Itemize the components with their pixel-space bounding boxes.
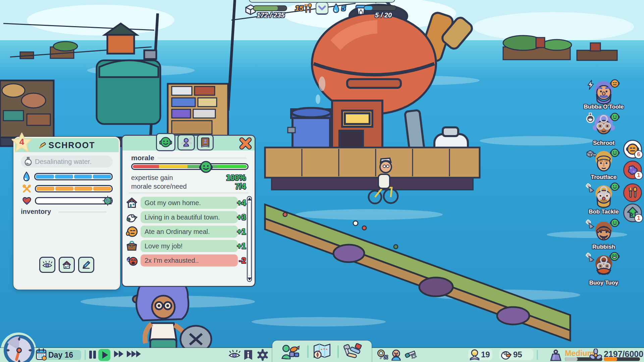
notification-level-up[interactable]: 1 (623, 203, 642, 222)
tools-icon (342, 343, 363, 360)
villagers-button[interactable] (280, 344, 301, 359)
divider (85, 350, 86, 360)
house-icon (62, 260, 71, 269)
rename-button[interactable] (78, 257, 94, 273)
modifier-text: Ate an Ordinary meal. (145, 228, 210, 236)
seagull-counter[interactable]: 95 (499, 349, 533, 360)
mood-happy-icon (610, 182, 620, 192)
settings-button[interactable] (256, 349, 269, 361)
activity-status: Desalinating water. (21, 156, 113, 168)
map-button[interactable] (312, 343, 332, 360)
morale-modifier-row: Love my job! +1 (126, 240, 245, 252)
morale-slider (131, 163, 249, 170)
mood-neutral-icon (610, 78, 620, 88)
book-icon (200, 137, 210, 148)
morale-segment-yellow (159, 165, 187, 168)
villager-list-button[interactable] (390, 349, 402, 361)
exhausted-face-icon (126, 254, 138, 266)
morale-modifier-row: Got my own home. +4 (126, 197, 245, 209)
tab-job[interactable] (177, 134, 195, 150)
fastest-forward-button[interactable] (127, 351, 141, 357)
modifier-scrollbar[interactable] (247, 196, 252, 282)
notification-badge: 6 (634, 150, 643, 159)
seagull-icon (500, 349, 512, 360)
roster-entry-bob-tackle[interactable] (590, 184, 617, 209)
morale-score-value: 7/4 (235, 182, 246, 191)
info-icon (243, 349, 254, 361)
pause-icon (89, 351, 92, 359)
level-star-badge: 4 (10, 132, 34, 156)
water-drop-icon (22, 172, 31, 182)
modifier-value: +4 (237, 198, 246, 207)
hunger-utensils-icon (627, 187, 639, 199)
modifier-text: Living in a beautiful town. (145, 214, 220, 221)
home-button[interactable] (59, 257, 75, 273)
research-button[interactable] (376, 349, 389, 361)
smiley-face-icon (159, 136, 172, 148)
worker-wrench-icon (180, 137, 192, 148)
section-divider (128, 192, 249, 194)
roster-entry-buoy-tuoy[interactable] (590, 254, 617, 281)
saw-icon (586, 182, 596, 192)
notification-hunger[interactable] (623, 183, 642, 202)
seagull-count: 95 (513, 350, 522, 359)
notification-mood[interactable]: 6 (623, 140, 642, 159)
eye-icon (42, 261, 52, 269)
meal-face-icon (126, 226, 138, 238)
morale-score-label: morale score/need (131, 183, 187, 190)
notification-dirt[interactable]: 1 (623, 161, 642, 179)
notification-badge: 1 (634, 171, 643, 180)
morale-segment-bright (217, 165, 247, 168)
character-panel: SCHROOT 4 Desalinating water. (13, 137, 120, 290)
close-button[interactable] (239, 137, 252, 150)
water-storage-value: 5 / 20 (368, 11, 398, 19)
mood-happy-icon (610, 112, 620, 122)
scrollbar-thumb[interactable] (248, 202, 251, 276)
day-display[interactable]: Day 16 (35, 350, 81, 360)
modifier-value: -2 (239, 256, 246, 265)
health-stat-row (22, 196, 113, 205)
fastest-forward-icon (127, 351, 131, 357)
follow-button[interactable] (39, 257, 55, 273)
scroll-down-icon[interactable] (248, 278, 252, 281)
roster-entry-bubba[interactable] (590, 80, 617, 105)
ideas-counter[interactable]: 19 (468, 349, 492, 360)
hydration-stat-row (22, 172, 113, 181)
food-storage-fill (254, 6, 278, 10)
pause-button[interactable] (89, 351, 96, 359)
pencil-icon (39, 141, 47, 149)
food-storage-value: 172 / 235 (252, 11, 289, 19)
collapse-top-bar-button[interactable] (316, 2, 328, 15)
modifier-text: Love my job! (145, 242, 182, 250)
divider (307, 345, 309, 358)
chevron-down-icon (318, 5, 326, 11)
divider (537, 350, 538, 360)
roster-entry-troutface[interactable] (590, 150, 617, 175)
clock-icon[interactable] (3, 335, 35, 362)
construction-button[interactable] (342, 343, 363, 360)
tab-morale[interactable] (156, 133, 175, 151)
play-button[interactable] (98, 349, 110, 361)
water-storage-fill (364, 6, 372, 10)
fast-forward-button[interactable] (114, 351, 123, 357)
food-utensils-icon (22, 184, 32, 193)
scroll-up-icon[interactable] (248, 197, 252, 200)
lightning-icon (586, 80, 595, 90)
gear-icon (256, 349, 269, 361)
calendar-icon (36, 348, 47, 361)
roster-entry-schroot[interactable] (590, 113, 617, 139)
play-icon (102, 351, 108, 359)
tab-log[interactable] (197, 134, 214, 150)
info-button[interactable] (243, 349, 254, 361)
character-level: 4 (10, 137, 34, 147)
modifier-text: 2x I'm exhausted.. (145, 257, 199, 264)
water-drop-icon (332, 3, 340, 13)
roster-entry-rubbish[interactable] (590, 220, 617, 245)
crafting-button[interactable] (405, 349, 418, 361)
buoy-icon (549, 349, 563, 361)
overview-button[interactable] (228, 350, 240, 359)
villagers-icon (280, 344, 301, 359)
morale-knob[interactable] (199, 160, 213, 174)
seagull-icon (126, 212, 138, 223)
day-label: Day 16 (48, 351, 73, 360)
